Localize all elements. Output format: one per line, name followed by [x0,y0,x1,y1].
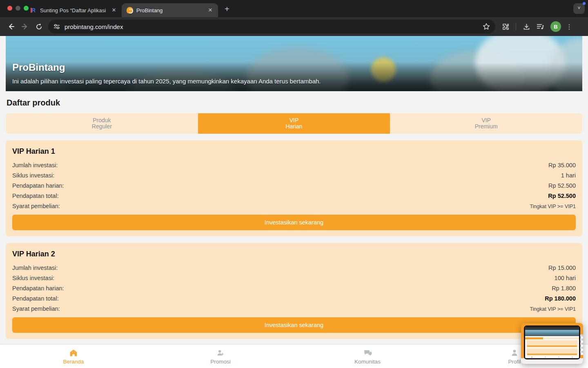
row-value: Tingkat VIP >= VIP1 [530,204,576,209]
product-row: Syarat pembelian: Tingkat VIP >= VIP1 [12,201,576,211]
row-label: Jumlah investasi: [12,162,58,168]
tab-close-icon[interactable]: ✕ [207,7,214,14]
tab-title: Sunting Pos “Daftar Aplikasi I [40,7,107,13]
pip-mini-nav-dot [531,357,532,358]
nav-label: Komunitas [354,359,381,365]
home-icon [69,348,78,357]
downloads-button[interactable] [519,20,533,34]
pip-mini-bottomnav [525,356,579,358]
tab-vip-premium[interactable]: VIP Premium [390,113,582,134]
pip-mini-hero [525,330,579,336]
product-row: Jumlah investasi: Rp 35.000 [12,160,576,170]
product-row: Siklus investasi: 1 hari [12,170,576,180]
media-playlist-icon [536,23,544,30]
row-label: Pendapatan total: [12,295,59,302]
product-row: Pendapatan harian: Rp 1.800 [12,283,576,293]
profile-avatar[interactable]: B [550,21,561,32]
url-text[interactable]: probintang.com/index [65,23,123,30]
row-value: 1 hari [561,172,576,179]
product-tab-bar: Produk Reguler VIP Harian VIP Premium [6,113,582,134]
person-icon [510,348,519,357]
row-label: Jumlah investasi: [12,265,58,271]
tab-search-chevron-button[interactable]: ˅ [573,3,585,14]
notification-dot [583,2,586,5]
product-row: Pendapatan harian: Rp 52.500 [12,180,576,191]
row-value: Rp 52.500 [548,182,576,189]
product-row: Pendapatan total: Rp 180.000 [12,293,576,303]
product-name: VIP Harian 1 [12,147,576,156]
new-tab-button[interactable]: + [225,4,229,14]
product-row: Jumlah investasi: Rp 15.000 [12,263,576,273]
product-row: Syarat pembelian: Tingkat VIP >= VIP1 [12,303,576,314]
tab-label-line: Harian [285,123,302,130]
page-title: Daftar produk [7,98,581,108]
back-arrow-icon [7,23,15,30]
window-zoom-button[interactable] [24,6,29,11]
pip-tablet-frame [524,325,580,359]
pip-video-preview[interactable] [521,323,583,364]
pip-mini-inactive-tabs [543,337,579,339]
browser-toolbar: probintang.com/index B ⋮ [0,17,588,36]
bookmark-star-icon[interactable] [482,22,490,31]
row-value: Rp 180.000 [545,295,576,302]
row-value: Tingkat VIP >= VIP1 [530,306,576,312]
row-value: Rp 1.800 [552,285,576,292]
row-label: Syarat pembelian: [12,203,60,209]
hero-shade [6,63,582,91]
probintang-favicon [127,7,133,13]
tab-vip-harian[interactable]: VIP Harian [198,113,390,134]
product-name: VIP Harian 2 [12,250,576,258]
invest-now-button[interactable]: Investasikan sekarang [12,215,576,230]
row-value: 100 hari [555,275,576,281]
media-controls-button[interactable] [533,20,547,34]
browser-tab-sunting-pos[interactable]: R Sunting Pos “Daftar Aplikasi I ✕ [25,3,122,17]
invest-now-button[interactable]: Investasikan sekarang [12,317,576,333]
pip-mini-card [526,340,578,348]
row-label: Pendapatan total: [12,193,59,199]
pip-mini-nav-dot [545,357,546,358]
browser-tab-probintang[interactable]: ProBintang ✕ [122,3,218,17]
window-close-button[interactable] [7,6,12,11]
nav-item-komunitas[interactable]: Komunitas [294,345,441,368]
hero-banner: ProBintang Ini adalah pilihan investasi … [6,36,582,91]
tab-label-line: Reguler [92,123,112,130]
back-button[interactable] [4,20,18,34]
row-label: Syarat pembelian: [12,305,60,312]
person-add-icon [216,348,225,357]
tab-close-icon[interactable]: ✕ [110,7,118,14]
hero-subtitle: Ini adalah pilihan investasi paling tepe… [12,78,321,85]
nav-item-beranda[interactable]: Beranda [0,345,147,368]
tab-label-line: Premium [475,123,498,130]
row-value: Rp 52.500 [548,193,576,199]
tab-produk-reguler[interactable]: Produk Reguler [6,113,198,134]
browser-tab-strip: R Sunting Pos “Daftar Aplikasi I ✕ ProBi… [0,0,588,17]
nav-item-promosi[interactable]: Promosi [147,345,294,368]
tab-label-line: Produk [93,117,111,123]
forward-button[interactable] [18,20,32,34]
nav-label: Profil [508,359,521,365]
tab-label-line: VIP [481,117,491,123]
window-minimize-button[interactable] [16,6,20,11]
pip-mini-card [526,348,578,356]
pip-mini-nav-dot [558,357,559,358]
pip-mini-nav-dot [572,357,573,358]
row-label: Pendapatan harian: [12,182,64,189]
reload-button[interactable] [32,20,46,34]
pip-mini-active-tab [525,337,543,339]
tab-label-line: VIP [290,117,299,123]
product-card-vip-harian-1: VIP Harian 1 Jumlah investasi: Rp 35.000… [6,140,582,236]
site-settings-icon[interactable] [53,23,60,30]
toolbar-divider [516,23,516,30]
chat-icon [363,348,372,357]
row-label: Siklus investasi: [12,275,54,281]
address-bar[interactable]: probintang.com/index [48,20,495,34]
hero-title: ProBintang [12,62,65,73]
product-row: Siklus investasi: 100 hari [12,273,576,283]
download-icon [523,23,530,31]
page-content: ProBintang Ini adalah pilihan investasi … [0,36,588,368]
extensions-button[interactable] [499,20,512,34]
product-row: Pendapatan total: Rp 52.500 [12,191,576,201]
browser-menu-button[interactable]: ⋮ [564,23,574,31]
row-value: Rp 15.000 [548,265,576,271]
pip-screen [525,327,579,358]
